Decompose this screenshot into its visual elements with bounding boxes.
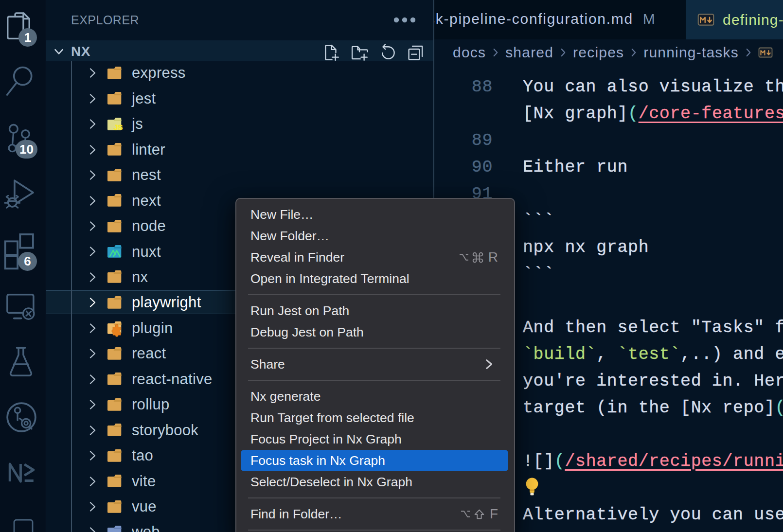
svg-text:JS: JS [114,123,123,131]
